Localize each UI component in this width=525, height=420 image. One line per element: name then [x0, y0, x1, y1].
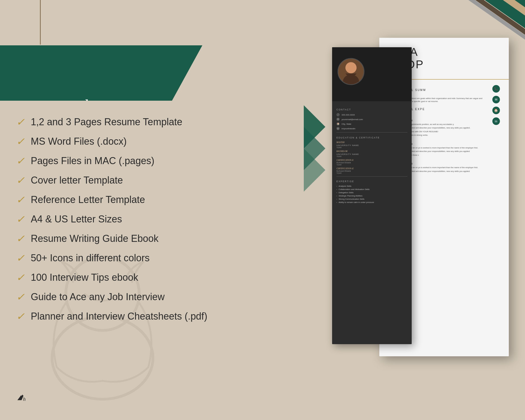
- contact-linkedin: in in/yourlinkedin: [336, 127, 407, 130]
- checklist-text: Planner and Interview Cheatsheets (.pdf): [31, 311, 207, 322]
- checklist-text: Pages Files in MAC (.pages): [31, 155, 154, 167]
- checkmark-icon: ✓: [16, 291, 25, 303]
- university-name-2: UNIVERSITY NAME: [336, 153, 407, 155]
- avatar: [338, 58, 364, 85]
- email-sidebar-icon: ✉: [492, 96, 500, 103]
- checklist-area: ✓ 1,2 and 3 Pages Resume Template ✓ MS W…: [16, 116, 221, 330]
- chevron-decoration: [304, 105, 325, 240]
- checkmark-icon: ✓: [16, 194, 25, 206]
- skill-item: Delegation Skills: [336, 191, 407, 194]
- skill-item: Collaboration and Motivation Skills: [336, 188, 407, 191]
- university-name-1: UNIVERSITY NAME: [336, 144, 407, 147]
- contact-address: 🏠 City, State: [336, 122, 407, 126]
- skill-item: Ability to remain calm in under pressure: [336, 201, 407, 204]
- home-sidebar-icon: 🏠: [492, 107, 500, 114]
- email-icon: ✉: [336, 118, 340, 121]
- master-label: MASTER: [336, 141, 407, 144]
- checklist-text: 100 Interview Tips ebook: [31, 272, 138, 283]
- list-item: ✓ Guide to Ace any Job Interview: [16, 291, 221, 303]
- phone-icon: 📞: [336, 113, 340, 116]
- list-item: ✓ 100 Interview Tips ebook: [16, 272, 221, 283]
- resume-sidebar-icons: 📞 ✉ 🏠 in: [489, 84, 503, 174]
- svg-text:h: h: [23, 396, 26, 402]
- phone-sidebar-icon: 📞: [492, 85, 500, 93]
- linkedin-icon: in: [336, 127, 340, 130]
- year-2: YEAR: [336, 155, 407, 157]
- checkmark-icon: ✓: [16, 155, 25, 167]
- list-item: ✓ Planner and Interview Cheatsheets (.pd…: [16, 310, 221, 322]
- checkmark-icon: ✓: [16, 174, 25, 186]
- resume-dark-card: CONTACT 📞 333.333.3333 ✉ youremail@email…: [332, 47, 412, 344]
- svg-point-6: [345, 62, 356, 73]
- list-item: ✓ Pages Files in MAC (.pages): [16, 155, 221, 167]
- list-item: ✓ A4 & US Letter Sizes: [16, 213, 221, 225]
- checklist-text: Guide to Ace any Job Interview: [31, 291, 165, 303]
- divider: [336, 132, 407, 133]
- list-item: ✓ Resume Writing Guide Ebook: [16, 233, 221, 245]
- checklist-text: Reference Letter Template: [31, 194, 145, 205]
- checkmark-icon: ✓: [16, 233, 25, 245]
- brand-logo: h: [16, 392, 28, 404]
- list-item: ✓ 50+ Icons in different colors: [16, 252, 221, 264]
- skill-item: Analysis Skills: [336, 185, 407, 187]
- checkmark-icon: ✓: [16, 272, 25, 283]
- checkmark-icon: ✓: [16, 136, 25, 147]
- skill-item: Strategic Planning Abilities: [336, 195, 407, 197]
- bachelor-label: BACHELOR: [336, 150, 407, 153]
- checklist-text: 50+ Icons in different colors: [31, 252, 150, 264]
- location-icon: 🏠: [336, 122, 340, 126]
- checkmark-icon: ✓: [16, 116, 25, 128]
- checkmark-icon: ✓: [16, 213, 25, 225]
- resume-dark-header: [332, 47, 412, 101]
- checkmark-icon: ✓: [16, 252, 25, 264]
- skill-item: Strong Communication Skills: [336, 198, 407, 200]
- logo-area: h: [16, 392, 28, 404]
- checklist-text: Resume Writing Guide Ebook: [31, 233, 159, 244]
- cert2-label: CERTIFICATION #2 School/State YEAR: [336, 167, 407, 174]
- year-1: YEAR: [336, 147, 407, 148]
- linkedin-sidebar-icon: in: [492, 117, 500, 125]
- divider: [336, 176, 407, 177]
- list-item: ✓ MS Word Files (.docx): [16, 136, 221, 147]
- checkmark-icon: ✓: [16, 310, 25, 322]
- list-item: ✓ Reference Letter Template: [16, 194, 221, 206]
- education-section-title: EDUCATION & CERTIFICATE: [336, 136, 407, 139]
- expertise-section-title: EXPERTISE: [336, 180, 407, 183]
- checklist-text: A4 & US Letter Sizes: [31, 214, 122, 225]
- contact-section-title: CONTACT: [336, 108, 407, 111]
- green-header-band: your template includes:: [0, 45, 202, 101]
- checklist-text: 1,2 and 3 Pages Resume Template: [31, 116, 182, 128]
- checklist-text: Cover letter Template: [31, 175, 123, 186]
- checklist-text: MS Word Files (.docx): [31, 136, 127, 147]
- list-item: ✓ 1,2 and 3 Pages Resume Template: [16, 116, 221, 128]
- cert1-label: CERTIFICATION #1 School/State YEAR: [336, 159, 407, 166]
- left-vertical-line: [40, 0, 41, 45]
- contact-email: ✉ youremail@email.com: [336, 118, 407, 121]
- resume-dark-body: CONTACT 📞 333.333.3333 ✉ youremail@email…: [332, 101, 412, 208]
- list-item: ✓ Cover letter Template: [16, 174, 221, 186]
- contact-phone: 📞 333.333.3333: [336, 113, 407, 116]
